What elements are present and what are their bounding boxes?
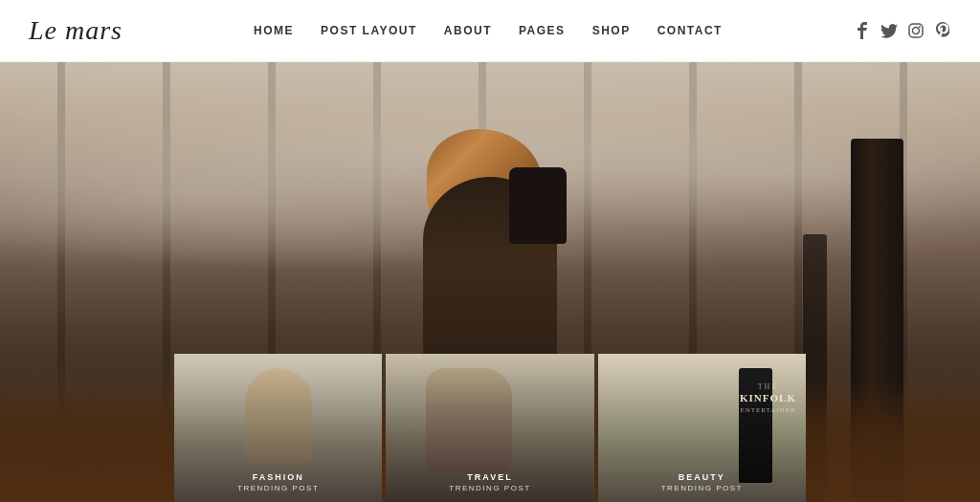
hero-section: FASHION TRENDING POST TRAVEL TRENDING PO… (0, 62, 980, 502)
hero-background: FASHION TRENDING POST TRAVEL TRENDING PO… (0, 62, 980, 502)
nav-about[interactable]: ABOUT (444, 24, 492, 37)
social-links (854, 22, 951, 39)
card-1-label: FASHION TRENDING POST (174, 472, 382, 492)
card-2-image (426, 368, 512, 473)
svg-point-1 (913, 28, 920, 34)
svg-point-2 (919, 26, 921, 28)
facebook-icon[interactable] (854, 22, 871, 39)
site-logo[interactable]: Le mars (29, 15, 122, 46)
book-overlay: THE KINFOLK ENTERTAINER (740, 382, 796, 414)
card-1-image (245, 368, 312, 464)
book-title: KINFOLK (740, 391, 796, 404)
nav-contact[interactable]: CONTACT (657, 24, 723, 37)
twitter-icon[interactable] (880, 22, 898, 39)
card-3-subtitle: TRENDING POST (598, 484, 806, 492)
figure-silhouette (394, 129, 586, 387)
card-travel[interactable]: TRAVEL TRENDING POST (386, 354, 593, 502)
nav-home[interactable]: HOME (254, 24, 294, 37)
instagram-icon[interactable] (907, 22, 924, 39)
site-header: Le mars HOME POST LAYOUT ABOUT PAGES SHO… (0, 0, 980, 62)
card-fashion[interactable]: FASHION TRENDING POST (174, 354, 382, 502)
main-nav: HOME POST LAYOUT ABOUT PAGES SHOP CONTAC… (122, 24, 854, 37)
card-1-category: FASHION (174, 472, 382, 482)
svg-rect-0 (909, 24, 923, 37)
card-2-category: TRAVEL (386, 472, 593, 482)
book-suffix: ENTERTAINER (740, 406, 796, 414)
nav-pages[interactable]: PAGES (519, 24, 566, 37)
figure-backpack (509, 167, 567, 244)
card-3-label: BEAUTY TRENDING POST (598, 472, 806, 492)
card-3-category: BEAUTY (598, 472, 806, 482)
nav-post-layout[interactable]: POST LAYOUT (321, 24, 417, 37)
card-2-label: TRAVEL TRENDING POST (386, 472, 593, 492)
card-2-subtitle: TRENDING POST (386, 484, 593, 492)
card-beauty[interactable]: THE KINFOLK ENTERTAINER BEAUTY TRENDING … (598, 354, 806, 502)
trending-cards: FASHION TRENDING POST TRAVEL TRENDING PO… (174, 354, 806, 502)
nav-shop[interactable]: SHOP (592, 24, 631, 37)
book-prefix: THE (740, 382, 796, 391)
card-1-subtitle: TRENDING POST (174, 484, 382, 492)
pinterest-icon[interactable] (934, 22, 951, 39)
